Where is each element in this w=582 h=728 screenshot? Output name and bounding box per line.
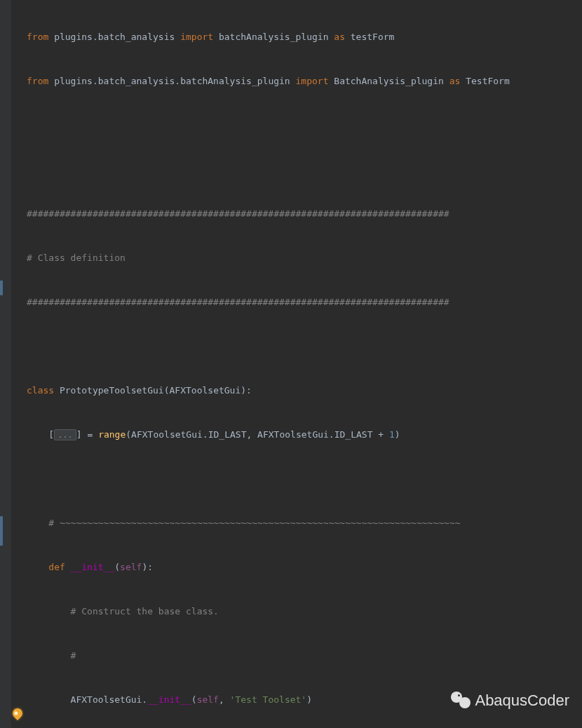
folded-code[interactable]: ... — [54, 429, 76, 440]
code-line[interactable]: [...] = range(AFXToolsetGui.ID_LAST, AFX… — [27, 427, 582, 442]
code-line[interactable]: # Class definition — [27, 250, 582, 265]
intention-bulb-icon[interactable] — [11, 706, 25, 720]
code-line[interactable]: # ~~~~~~~~~~~~~~~~~~~~~~~~~~~~~~~~~~~~~~… — [27, 515, 582, 530]
code-area[interactable]: from plugins.batch_analysis import batch… — [25, 0, 582, 728]
code-editor[interactable]: from plugins.batch_analysis import batch… — [0, 0, 582, 728]
change-marker — [0, 516, 3, 546]
code-line[interactable]: # — [27, 648, 582, 663]
watermark-text: AbaqusCoder — [475, 693, 569, 708]
code-line[interactable]: def __init__(self): — [27, 560, 582, 574]
change-marker — [0, 281, 3, 295]
code-line[interactable]: # Construct the base class. — [27, 604, 582, 619]
code-line[interactable]: from plugins.batch_analysis.batchAnalysi… — [27, 74, 582, 88]
code-line[interactable]: from plugins.batch_analysis import batch… — [27, 29, 582, 44]
code-line[interactable]: ########################################… — [27, 206, 582, 221]
bulb-col — [11, 0, 25, 728]
code-line[interactable]: ########################################… — [27, 295, 582, 309]
code-line[interactable]: class PrototypeToolsetGui(AFXToolsetGui)… — [27, 383, 582, 398]
watermark: AbaqusCoder — [451, 692, 569, 708]
wechat-icon — [451, 692, 471, 708]
gutter — [0, 0, 11, 728]
